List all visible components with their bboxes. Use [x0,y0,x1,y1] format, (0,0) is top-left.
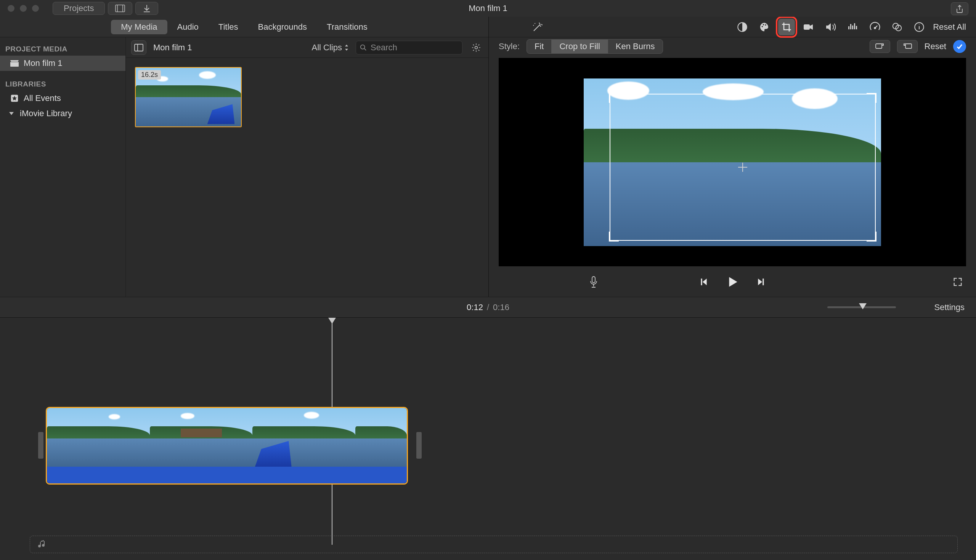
stabilization-button[interactable] [800,19,817,35]
share-button[interactable] [951,2,968,15]
rotate-cw-button[interactable] [897,40,918,53]
upper-panes: My Media Audio Titles Backgrounds Transi… [0,17,976,297]
half-circle-icon [737,22,748,32]
clip-filter-dropdown[interactable]: All Clips [312,43,349,53]
seg-ken-burns[interactable]: Ken Burns [608,40,663,53]
svg-rect-14 [856,26,857,29]
import-button[interactable] [135,2,158,15]
viewer-canvas[interactable] [499,58,966,266]
library-sidebar: PROJECT MEDIA Mon film 1 LIBRARIES All E… [0,37,126,297]
style-label: Style: [499,42,520,52]
info-button[interactable] [911,19,928,35]
seg-crop-to-fill[interactable]: Crop to Fill [552,40,608,53]
clip-thumbnail[interactable]: 16.2s [135,67,242,127]
equalizer-icon [847,22,858,32]
zoom-track[interactable] [827,306,896,308]
project-media-header: PROJECT MEDIA [0,41,125,56]
color-correction-button[interactable] [756,19,773,35]
svg-point-8 [765,24,767,25]
svg-rect-2 [135,44,143,51]
video-frame [584,78,881,246]
timeline-clip[interactable] [46,407,408,485]
sidebar-item-project[interactable]: Mon film 1 [0,56,125,71]
search-icon [360,44,367,51]
sidebar-item-all-events[interactable]: All Events [0,91,125,106]
timecode-slash: / [487,302,489,312]
clip-audio-lane[interactable] [47,467,407,483]
zoom-window-icon[interactable] [32,5,39,12]
reset-all-button[interactable]: Reset All [933,22,966,32]
projects-button[interactable]: Projects [53,2,105,15]
zoom-thumb-icon[interactable] [859,303,867,309]
clip-trim-handle-left[interactable] [38,432,43,459]
volume-button[interactable] [822,19,839,35]
tab-my-media[interactable]: My Media [111,20,167,34]
color-balance-button[interactable] [734,19,751,35]
tab-audio[interactable]: Audio [167,20,209,34]
crop-reset-button[interactable]: Reset [924,42,946,52]
libraries-header: LIBRARIES [0,76,125,91]
sidebar-project-label: Mon film 1 [23,58,62,68]
timeline[interactable] [0,318,976,560]
crop-handle-bl[interactable] [609,232,619,242]
timeline-zoom-slider[interactable] [827,306,896,308]
crop-rectangle[interactable] [610,94,876,241]
play-icon [726,275,739,288]
skip-back-icon [699,277,709,287]
noise-reduction-button[interactable] [844,19,861,35]
minimize-window-icon[interactable] [20,5,27,12]
viewer-column: Reset All Style: Fit Crop to Fill Ken Bu… [489,17,976,297]
svg-rect-11 [850,24,851,29]
disclosure-caret-icon[interactable] [9,112,14,115]
timeline-settings-button[interactable]: Settings [934,302,965,312]
rotate-ccw-icon [874,42,885,51]
clip-filter-button[interactable] [889,19,906,35]
rotate-ccw-button[interactable] [870,40,890,53]
prev-frame-button[interactable] [699,277,709,287]
close-window-icon[interactable] [8,5,15,12]
browser-settings-button[interactable] [469,41,483,55]
film-strip-icon [115,5,125,12]
crop-apply-button[interactable] [953,40,966,53]
svg-rect-20 [906,44,912,48]
crop-style-bar: Style: Fit Crop to Fill Ken Burns Reset [489,37,976,56]
fullscreen-button[interactable] [953,277,963,287]
svg-rect-13 [854,23,855,29]
toggle-sidebar-button[interactable] [131,40,146,55]
enhance-button[interactable] [529,19,546,35]
expand-icon [953,277,963,287]
sidebar-item-imovie-library[interactable]: iMovie Library [0,106,125,121]
tab-titles[interactable]: Titles [209,20,248,34]
crop-handle-tr[interactable] [867,93,876,103]
speed-button[interactable] [867,19,883,35]
play-button[interactable] [726,275,739,288]
crop-icon [781,22,792,32]
svg-rect-9 [804,24,810,30]
library-view-toggle[interactable] [108,2,132,15]
tab-transitions[interactable]: Transitions [317,20,378,34]
tab-backgrounds[interactable]: Backgrounds [248,20,317,34]
sidebar-panel-icon [134,44,143,52]
next-frame-button[interactable] [756,277,766,287]
crop-button[interactable] [778,19,795,35]
clip-frames [47,408,407,469]
import-arrow-down-icon [142,4,151,13]
clip-trim-handle-right[interactable] [416,432,422,459]
timecode-bar: 0:12 / 0:16 Settings [0,297,976,318]
timecode-display: 0:12 / 0:16 [467,302,509,312]
search-input[interactable]: Search [356,41,463,55]
browser-clip-area[interactable]: 16.2s [126,58,488,297]
sidebar-all-events-label: All Events [23,93,61,103]
svg-point-7 [763,24,764,25]
seg-fit[interactable]: Fit [527,40,552,53]
crop-handle-br[interactable] [867,232,876,242]
window-title: Mon film 1 [468,3,507,13]
svg-point-15 [874,27,876,28]
voiceover-button[interactable] [589,276,598,288]
browser-breadcrumb: Mon film 1 [153,43,192,53]
music-note-icon [38,540,46,549]
svg-rect-12 [852,25,853,29]
crop-handle-tl[interactable] [609,93,619,103]
music-drop-zone[interactable] [30,536,958,553]
svg-point-3 [361,45,365,49]
